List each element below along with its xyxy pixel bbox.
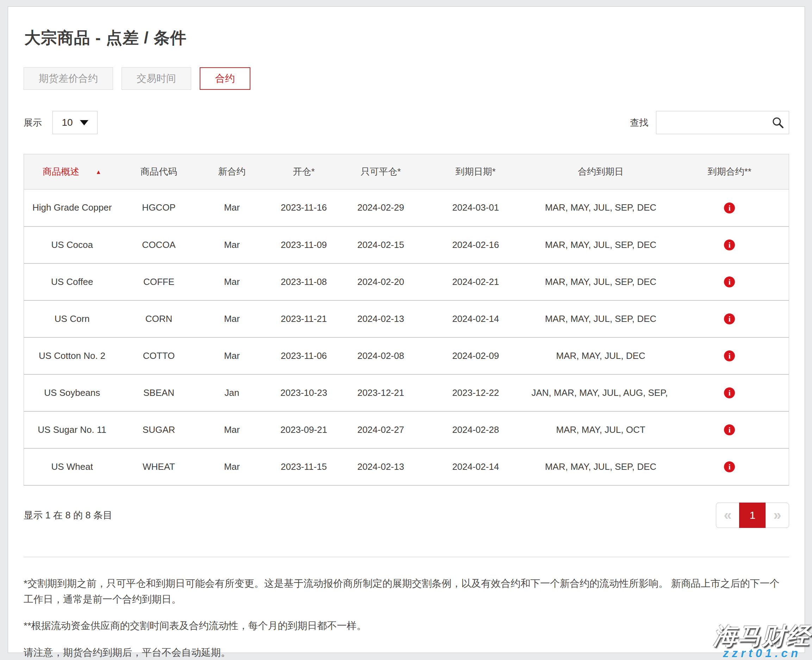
watermark-domain: zzrt01.cn <box>714 647 810 660</box>
cell-name: US Coffee <box>24 263 121 300</box>
table-header-row: 商品概述▲商品代码新合约开仓*只可平仓*到期日期*合约到期日到期合约** <box>24 154 789 189</box>
show-label: 展示 <box>24 117 42 129</box>
cell-name: US Soybeans <box>24 374 121 411</box>
cell-close_only_date: 2024-02-27 <box>341 411 420 448</box>
cell-code: COCOA <box>120 227 197 263</box>
page-size-value: 10 <box>62 117 73 128</box>
cell-open_date: 2023-11-09 <box>266 227 341 263</box>
cell-new_contract: Mar <box>198 227 266 263</box>
column-header-name[interactable]: 商品概述▲ <box>24 154 121 189</box>
cell-contract_months: MAR, MAY, JUL, DEC <box>531 337 670 374</box>
cell-open_date: 2023-09-21 <box>266 411 341 448</box>
content-card: 大宗商品 - 点差 / 条件 期货差价合约交易时间合约 展示 10 查找 <box>8 6 805 653</box>
cell-contract_months: MAR, MAY, JUL, SEP, DEC <box>531 189 670 227</box>
cell-name: US Sugar No. 11 <box>24 411 121 448</box>
cell-info: i <box>671 411 789 448</box>
cell-code: WHEAT <box>120 448 197 485</box>
cell-name: US Wheat <box>24 448 121 485</box>
column-header-new_contract[interactable]: 新合约 <box>198 154 266 189</box>
column-header-info[interactable]: 到期合约** <box>671 154 789 189</box>
cell-close_only_date: 2024-02-29 <box>341 189 420 227</box>
tab-bar: 期货差价合约交易时间合约 <box>24 67 789 90</box>
info-icon[interactable]: i <box>724 351 735 361</box>
cell-close_only_date: 2024-02-15 <box>341 227 420 263</box>
cell-expiry_date: 2024-02-21 <box>420 263 531 300</box>
cell-new_contract: Mar <box>198 337 266 374</box>
cell-close_only_date: 2024-02-13 <box>341 300 420 337</box>
cell-info: i <box>671 374 789 411</box>
cell-code: SBEAN <box>120 374 197 411</box>
info-icon[interactable]: i <box>724 203 735 213</box>
cell-expiry_date: 2024-02-14 <box>420 448 531 485</box>
cell-new_contract: Mar <box>198 411 266 448</box>
cell-contract_months: MAR, MAY, JUL, SEP, DEC <box>531 448 670 485</box>
info-icon[interactable]: i <box>724 276 735 287</box>
cell-contract_months: MAR, MAY, JUL, SEP, DEC <box>531 263 670 300</box>
table-row: US Sugar No. 11SUGARMar2023-09-212024-02… <box>24 411 789 448</box>
page-size-select[interactable]: 10 <box>52 111 98 134</box>
table-row: US SoybeansSBEANJan2023-10-232023-12-212… <box>24 374 789 411</box>
cell-code: CORN <box>120 300 197 337</box>
cell-expiry_date: 2024-02-09 <box>420 337 531 374</box>
pagination-next-button[interactable]: » <box>766 503 789 528</box>
cell-contract_months: MAR, MAY, JUL, SEP, DEC <box>531 300 670 337</box>
tab-contracts[interactable]: 合约 <box>200 67 251 90</box>
column-header-close_only_date[interactable]: 只可平仓* <box>341 154 420 189</box>
cell-close_only_date: 2024-02-13 <box>341 448 420 485</box>
info-icon[interactable]: i <box>724 387 735 398</box>
tab-trading-hours[interactable]: 交易时间 <box>122 67 191 90</box>
table-row: US CornCORNMar2023-11-212024-02-132024-0… <box>24 300 789 337</box>
cell-code: COFFE <box>120 263 197 300</box>
sort-asc-icon: ▲ <box>95 169 102 175</box>
divider <box>24 557 789 557</box>
search-area: 查找 <box>630 111 789 134</box>
table-row: US Cotton No. 2COTTOMar2023-11-062024-02… <box>24 337 789 374</box>
search-label: 查找 <box>630 117 648 129</box>
pagination: « 1 » <box>716 503 789 528</box>
search-box <box>656 111 789 134</box>
info-icon[interactable]: i <box>724 240 735 251</box>
cell-open_date: 2023-11-08 <box>266 263 341 300</box>
cell-contract_months: JAN, MAR, MAY, JUL, AUG, SEP, NOV <box>531 374 670 411</box>
column-header-contract_months[interactable]: 合约到期日 <box>531 154 670 189</box>
info-icon[interactable]: i <box>724 313 735 324</box>
cell-open_date: 2023-11-21 <box>266 300 341 337</box>
chevron-down-icon <box>80 120 88 125</box>
table-row: US CoffeeCOFFEMar2023-11-082024-02-20202… <box>24 263 789 300</box>
cell-info: i <box>671 263 789 300</box>
column-header-open_date[interactable]: 开仓* <box>266 154 341 189</box>
search-input[interactable] <box>656 111 789 134</box>
table-row: US WheatWHEATMar2023-11-152024-02-132024… <box>24 448 789 485</box>
cell-name: High Grade Copper <box>24 189 121 227</box>
footnotes: *交割期到期之前，只可平仓和到期日可能会有所变更。这是基于流动报价商所制定的展期… <box>24 576 789 660</box>
cell-name: US Cocoa <box>24 227 121 263</box>
table-row: US CocoaCOCOAMar2023-11-092024-02-152024… <box>24 227 789 263</box>
cell-new_contract: Mar <box>198 448 266 485</box>
column-header-expiry_date[interactable]: 到期日期* <box>420 154 531 189</box>
footnote-1: *交割期到期之前，只可平仓和到期日可能会有所变更。这是基于流动报价商所制定的展期… <box>24 576 789 608</box>
cell-info: i <box>671 189 789 227</box>
column-header-code[interactable]: 商品代码 <box>120 154 197 189</box>
entries-summary: 显示 1 在 8 的 8 条目 <box>24 509 112 522</box>
cell-expiry_date: 2024-02-28 <box>420 411 531 448</box>
cell-expiry_date: 2024-03-01 <box>420 189 531 227</box>
info-icon[interactable]: i <box>724 462 735 472</box>
info-icon[interactable]: i <box>724 424 735 435</box>
cell-open_date: 2023-11-06 <box>266 337 341 374</box>
cell-code: HGCOP <box>120 189 197 227</box>
cell-info: i <box>671 227 789 263</box>
footnote-3: 请注意，期货合约到期后，平台不会自动延期。 <box>24 644 789 660</box>
tab-futures-cfd[interactable]: 期货差价合约 <box>24 67 113 90</box>
cell-info: i <box>671 448 789 485</box>
pagination-page-1-button[interactable]: 1 <box>739 503 766 528</box>
cell-info: i <box>671 337 789 374</box>
cell-new_contract: Mar <box>198 189 266 227</box>
cell-new_contract: Jan <box>198 374 266 411</box>
watermark-brand: 海马财经 <box>714 624 810 648</box>
cell-close_only_date: 2024-02-08 <box>341 337 420 374</box>
cell-new_contract: Mar <box>198 263 266 300</box>
pagination-prev-button[interactable]: « <box>716 503 739 528</box>
cell-info: i <box>671 300 789 337</box>
cell-open_date: 2023-10-23 <box>266 374 341 411</box>
cell-name: US Cotton No. 2 <box>24 337 121 374</box>
